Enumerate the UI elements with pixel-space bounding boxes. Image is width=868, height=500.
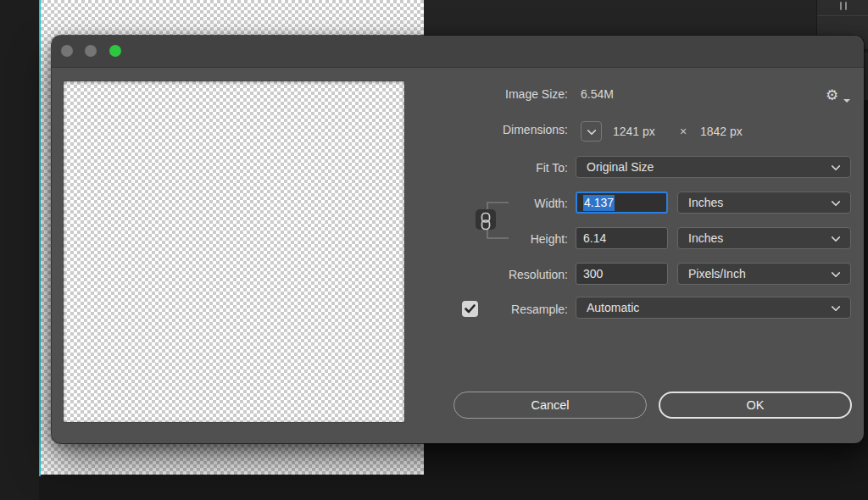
dialog-titlebar[interactable] xyxy=(52,36,864,68)
resolution-label: Resolution: xyxy=(509,268,568,281)
resample-value: Automatic xyxy=(587,301,639,314)
dimensions-label: Dimensions: xyxy=(503,123,568,136)
panel-drag-handle-icon[interactable] xyxy=(845,2,847,10)
chevron-down-icon xyxy=(831,232,840,242)
dimensions-height-value: 1842 px xyxy=(700,125,743,138)
height-input[interactable]: 6.14 xyxy=(576,227,668,249)
resolution-input-text: 300 xyxy=(583,267,603,281)
constrain-proportions-bracket xyxy=(471,196,514,245)
cancel-button[interactable]: Cancel xyxy=(453,392,647,419)
chevron-down-icon xyxy=(831,302,840,311)
dimensions-multiply-sign: × xyxy=(680,125,687,138)
dimensions-dropdown-button[interactable] xyxy=(581,121,602,142)
zoom-button[interactable] xyxy=(109,45,121,57)
checkmark-icon xyxy=(462,301,478,317)
resample-label: Resample: xyxy=(511,303,568,316)
dialog-body: Image Size: 6.54M ⚙ Dimensions: 1241 px … xyxy=(52,69,864,443)
width-unit-value: Inches xyxy=(688,196,723,209)
width-input-selected-text: 4.137 xyxy=(583,195,615,211)
width-label: Width: xyxy=(534,197,568,210)
dimensions-width-value: 1241 px xyxy=(613,125,655,138)
chevron-down-icon xyxy=(831,197,840,206)
resample-select[interactable]: Automatic xyxy=(576,297,851,319)
chevron-down-icon xyxy=(587,125,596,135)
gear-icon[interactable]: ⚙ xyxy=(826,88,838,103)
width-unit-select[interactable]: Inches xyxy=(677,192,851,214)
minimize-button[interactable] xyxy=(85,45,97,57)
chevron-down-icon xyxy=(831,268,840,277)
chevron-down-icon xyxy=(831,161,840,170)
height-input-text: 6.14 xyxy=(583,231,606,245)
fit-to-label: Fit To: xyxy=(536,161,568,175)
height-unit-value: Inches xyxy=(688,231,723,245)
resample-checkbox[interactable] xyxy=(462,301,478,317)
image-size-value: 6.54M xyxy=(581,87,614,101)
height-label: Height: xyxy=(531,232,568,246)
resolution-unit-select[interactable]: Pixels/Inch xyxy=(677,263,851,285)
ok-button[interactable]: OK xyxy=(659,392,852,419)
resolution-unit-value: Pixels/Inch xyxy=(688,267,746,281)
width-input[interactable]: 4.137 xyxy=(576,192,668,214)
image-size-label: Image Size: xyxy=(505,87,568,101)
link-icon-box[interactable] xyxy=(476,209,496,230)
close-button[interactable] xyxy=(61,45,73,57)
image-size-dialog: Image Size: 6.54M ⚙ Dimensions: 1241 px … xyxy=(52,36,864,443)
fit-to-value: Original Size xyxy=(587,160,654,174)
height-unit-select[interactable]: Inches xyxy=(677,227,851,249)
workspace-left-gutter xyxy=(0,0,39,500)
cyan-guide-line xyxy=(39,0,41,476)
resolution-input[interactable]: 300 xyxy=(576,263,668,285)
panel-drag-handle-icon[interactable] xyxy=(840,2,842,10)
gear-caret-icon xyxy=(843,99,850,103)
fit-to-select[interactable]: Original Size xyxy=(576,156,851,178)
image-preview-pane[interactable] xyxy=(64,81,404,422)
panel-divider xyxy=(817,15,868,16)
